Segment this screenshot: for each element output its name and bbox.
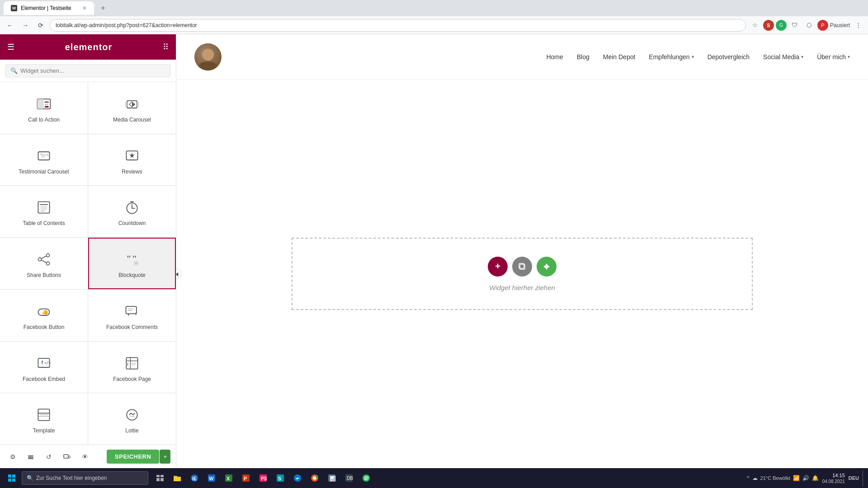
taskbar-app7[interactable]: 📊 [324, 470, 340, 486]
notifications-icon[interactable]: 🔔 [812, 475, 819, 481]
collapse-sidebar-button[interactable]: ◀ [176, 268, 182, 279]
widget-template[interactable]: Template [0, 393, 88, 445]
svg-point-92 [313, 477, 316, 479]
widget-media-carousel[interactable]: Media Carousel [88, 82, 176, 134]
widget-label-lottie: Lottie [125, 427, 138, 435]
widget-lottie[interactable]: Lottie [88, 393, 176, 445]
taskbar-search-icon: 🔍 [27, 475, 33, 481]
svg-text:DB: DB [347, 476, 353, 481]
extension-icon1[interactable]: S [763, 20, 774, 31]
nav-depotvergleich[interactable]: Depotvergleich [708, 53, 750, 61]
save-plus-button[interactable]: + [160, 450, 170, 464]
taskbar-explorer[interactable]: IE [186, 470, 203, 486]
drop-zone[interactable]: + [292, 238, 753, 310]
extension-icon4[interactable]: ⬡ [803, 19, 816, 32]
site-header: Home Blog Mein Depot Empfehlungen ▾ Depo… [176, 34, 868, 80]
search-input-wrap[interactable]: 🔍 [5, 64, 170, 77]
forward-button[interactable]: → [19, 19, 32, 32]
move-button[interactable] [537, 257, 557, 277]
widget-share-buttons[interactable]: Share Buttons [0, 238, 88, 289]
back-button[interactable]: ← [4, 19, 16, 32]
svg-text:X: X [226, 476, 230, 481]
powerpoint-app[interactable]: P [238, 470, 254, 486]
copy-button[interactable] [512, 257, 532, 277]
settings-icon[interactable]: ⚙ [5, 450, 20, 464]
taskbar-search[interactable]: 🔍 Zur Suche Text hier eingeben [22, 471, 148, 485]
edge-app[interactable] [289, 470, 306, 486]
add-widget-button[interactable]: + [488, 257, 508, 277]
svg-point-31 [46, 262, 49, 265]
nav-empfehlungen[interactable]: Empfehlungen ▾ [649, 53, 693, 61]
hamburger-menu[interactable]: ☰ [7, 42, 14, 52]
search-input[interactable] [20, 67, 165, 74]
start-button[interactable] [4, 470, 20, 486]
tab-favicon: W [11, 5, 17, 11]
taskbar-app6[interactable]: S [272, 470, 288, 486]
widgets-grid: Call to Action Media Carousel [0, 82, 176, 445]
svg-rect-74 [160, 475, 164, 477]
nav-ueber-mich[interactable]: Über mich ▾ [817, 53, 850, 61]
svg-rect-72 [12, 479, 15, 482]
nav-blog[interactable]: Blog [577, 53, 590, 61]
spotify-app[interactable] [358, 470, 374, 486]
address-bar[interactable]: tobitalk.at/wp-admin/post.php?post=627&a… [50, 19, 746, 32]
widget-countdown[interactable]: Countdown [88, 186, 176, 237]
responsive-icon[interactable] [60, 450, 74, 464]
tray-expand-icon[interactable]: ^ [747, 475, 750, 481]
drop-text: Widget hierher ziehen [489, 284, 555, 291]
preview-icon[interactable]: 👁 [78, 450, 92, 464]
word-app[interactable]: W [203, 470, 220, 486]
bookmark-icon[interactable]: ☆ [749, 19, 761, 32]
canvas-area: Home Blog Mein Depot Empfehlungen ▾ Depo… [176, 34, 868, 468]
widget-testimonial-carousel[interactable]: " " Testimonial Carousel [0, 134, 88, 186]
widget-table-of-contents[interactable]: Table of Contents [0, 186, 88, 237]
website-preview: Home Blog Mein Depot Empfehlungen ▾ Depo… [176, 34, 868, 468]
excel-app[interactable]: X [221, 470, 237, 486]
svg-rect-69 [8, 474, 11, 478]
volume-icon[interactable]: 🔊 [802, 475, 809, 481]
widget-facebook-embed[interactable]: f </> Facebook Embed [0, 342, 88, 393]
widget-reviews[interactable]: Reviews [88, 134, 176, 186]
sidebar-options-icon[interactable]: ⠿ [163, 42, 169, 52]
nav-social-media[interactable]: Social Media ▾ [763, 53, 803, 61]
svg-point-37 [135, 263, 137, 264]
new-tab-button[interactable]: + [97, 2, 109, 14]
taskbar-app8[interactable]: DB [341, 470, 357, 486]
nav-mein-depot[interactable]: Mein Depot [603, 53, 636, 61]
widget-facebook-page[interactable]: f Facebook Page [88, 342, 176, 393]
history-icon[interactable]: ↺ [42, 450, 56, 464]
show-desktop-button[interactable] [863, 470, 864, 486]
task-view-button[interactable] [152, 470, 168, 486]
svg-rect-62 [28, 457, 33, 458]
extension-icon2[interactable]: G [776, 20, 787, 31]
chrome-app[interactable] [307, 470, 323, 486]
network-icon[interactable]: 📶 [793, 475, 800, 481]
widget-facebook-comments[interactable]: f Facebook Comments [88, 290, 176, 341]
svg-line-32 [42, 256, 47, 258]
nav-home[interactable]: Home [546, 53, 563, 61]
tab-close-button[interactable]: ✕ [82, 5, 87, 11]
countdown-icon [123, 198, 141, 216]
svg-text:W: W [209, 476, 214, 481]
empfehlungen-dropdown-arrow: ▾ [692, 54, 694, 59]
browser-toolbar: ← → ⟳ tobitalk.at/wp-admin/post.php?post… [0, 16, 868, 34]
file-explorer-app[interactable] [169, 470, 185, 486]
sidebar-footer: ⚙ ↺ 👁 SPEICHERN [0, 445, 176, 468]
save-button[interactable]: SPEICHERN [107, 450, 159, 464]
taskbar-language: DEU [849, 475, 859, 481]
user-avatar-header[interactable]: P [817, 20, 828, 31]
widget-facebook-button[interactable]: 👍 Facebook Button [0, 290, 88, 341]
svg-text:": " [47, 153, 48, 158]
layers-icon[interactable] [24, 450, 38, 464]
fb-button-icon: 👍 [35, 302, 53, 320]
reviews-icon [123, 147, 141, 165]
widget-blockquote[interactable]: " " Blockquote [88, 238, 176, 289]
taskbar-app5[interactable]: PS [255, 470, 271, 486]
widget-call-to-action[interactable]: Call to Action [0, 82, 88, 134]
extension-icon3[interactable]: 🛡 [788, 19, 801, 32]
reload-button[interactable]: ⟳ [34, 19, 47, 32]
weather-icon[interactable]: ☁ [752, 475, 758, 481]
more-options-icon[interactable]: ⋮ [852, 19, 864, 32]
fb-comments-icon: f [123, 302, 141, 320]
browser-tab[interactable]: W Elementor | Testseite ✕ [4, 1, 94, 15]
